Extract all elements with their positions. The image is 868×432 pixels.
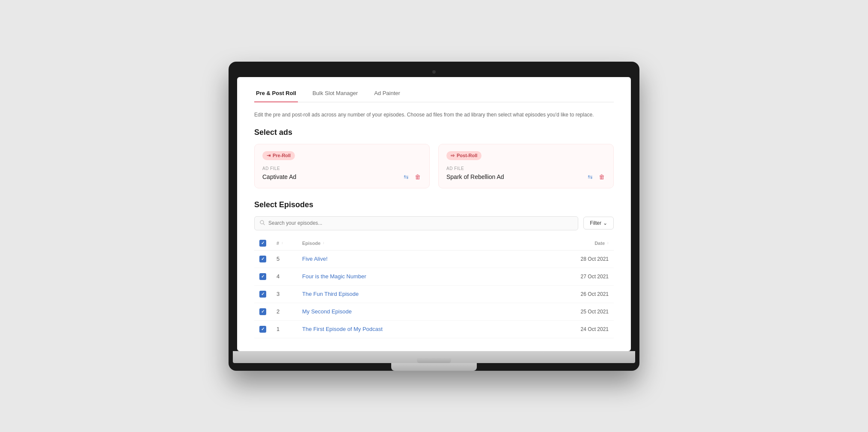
row-checkbox-1[interactable]	[259, 273, 266, 280]
search-icon	[260, 220, 265, 226]
filter-button[interactable]: Filter ⌄	[583, 217, 614, 229]
episodes-table: # ↕ Episode ↕ Date	[254, 236, 614, 338]
episode-link-1[interactable]: Four is the Magic Number	[302, 273, 366, 280]
tab-pre-post-roll[interactable]: Pre & Post Roll	[254, 86, 298, 102]
post-roll-file-label: AD FILE	[446, 166, 606, 171]
tab-ad-painter[interactable]: Ad Painter	[372, 86, 402, 102]
episode-sort-icon[interactable]: ↕	[323, 241, 324, 245]
tab-bar: Pre & Post Roll Bulk Slot Manager Ad Pai…	[254, 86, 614, 102]
filter-label: Filter	[590, 220, 601, 226]
row-checkbox-cell	[254, 268, 271, 285]
row-number-cell: 1	[271, 320, 297, 338]
date-sort-icon[interactable]: ↕	[607, 241, 609, 245]
laptop-stand	[391, 363, 477, 371]
row-title-cell: Five Alive!	[297, 250, 562, 268]
th-episode: Episode ↕	[297, 236, 562, 250]
tab-bulk-slot-manager[interactable]: Bulk Slot Manager	[311, 86, 360, 102]
screen-content: Pre & Post Roll Bulk Slot Manager Ad Pai…	[237, 77, 631, 351]
row-checkbox-2[interactable]	[259, 291, 266, 298]
pre-roll-arrow-icon: ⇥	[267, 153, 271, 158]
laptop-screen: Pre & Post Roll Bulk Slot Manager Ad Pai…	[237, 77, 631, 351]
table-row: 5 Five Alive! 28 Oct 2021	[254, 250, 614, 268]
episode-link-2[interactable]: The Fun Third Episode	[302, 291, 359, 297]
pre-roll-replace-button[interactable]: ⇆	[403, 173, 410, 181]
table-row: 4 Four is the Magic Number 27 Oct 2021	[254, 268, 614, 285]
replace-icon: ⇆	[404, 173, 409, 180]
svg-point-0	[260, 220, 264, 224]
post-replace-icon: ⇆	[588, 173, 593, 180]
post-roll-delete-button[interactable]: 🗑	[598, 173, 606, 181]
ad-cards-row: ⇥ Pre-Roll AD FILE Captivate Ad ⇆ 🗑	[254, 144, 614, 188]
select-ads-title: Select ads	[254, 128, 614, 137]
number-sort-icon[interactable]: ↕	[281, 241, 283, 245]
row-checkbox-3[interactable]	[259, 308, 266, 315]
table-row: 1 The First Episode of My Podcast 24 Oct…	[254, 320, 614, 338]
post-roll-arrow-icon: ⇨	[451, 153, 455, 158]
laptop-base	[233, 351, 635, 363]
search-filter-row: Filter ⌄	[254, 216, 614, 230]
pre-roll-file-row: Captivate Ad ⇆ 🗑	[262, 173, 422, 181]
th-date: Date ↕	[562, 236, 614, 250]
post-roll-file-name: Spark of Rebellion Ad	[446, 173, 504, 180]
post-roll-replace-button[interactable]: ⇆	[587, 173, 594, 181]
table-header-row: # ↕ Episode ↕ Date	[254, 236, 614, 250]
svg-line-1	[264, 223, 265, 225]
post-roll-card: ⇨ Post-Roll AD FILE Spark of Rebellion A…	[438, 144, 614, 188]
chevron-down-icon: ⌄	[603, 220, 607, 226]
row-title-cell: Four is the Magic Number	[297, 268, 562, 285]
row-title-cell: The Fun Third Episode	[297, 285, 562, 303]
post-roll-actions: ⇆ 🗑	[587, 173, 606, 181]
row-title-cell: My Second Episode	[297, 303, 562, 320]
row-checkbox-cell	[254, 303, 271, 320]
search-input[interactable]	[268, 220, 573, 226]
post-roll-file-row: Spark of Rebellion Ad ⇆ 🗑	[446, 173, 606, 181]
row-date-cell: 27 Oct 2021	[562, 268, 614, 285]
row-checkbox-cell	[254, 250, 271, 268]
pre-roll-file-label: AD FILE	[262, 166, 422, 171]
episode-link-0[interactable]: Five Alive!	[302, 256, 327, 262]
row-number-cell: 3	[271, 285, 297, 303]
pre-roll-actions: ⇆ 🗑	[403, 173, 422, 181]
post-delete-icon: 🗑	[599, 173, 605, 180]
row-title-cell: The First Episode of My Podcast	[297, 320, 562, 338]
pre-roll-file-name: Captivate Ad	[262, 173, 296, 180]
row-checkbox-cell	[254, 285, 271, 303]
episode-link-4[interactable]: The First Episode of My Podcast	[302, 326, 383, 332]
row-number-cell: 5	[271, 250, 297, 268]
row-checkbox-4[interactable]	[259, 326, 266, 333]
laptop-frame: Pre & Post Roll Bulk Slot Manager Ad Pai…	[229, 62, 639, 371]
page-description: Edit the pre and post-roll ads across an…	[254, 111, 614, 119]
select-episodes-title: Select Episodes	[254, 200, 614, 209]
row-date-cell: 26 Oct 2021	[562, 285, 614, 303]
pre-roll-badge: ⇥ Pre-Roll	[262, 151, 295, 160]
row-number-cell: 4	[271, 268, 297, 285]
th-number: # ↕	[271, 236, 297, 250]
row-date-cell: 28 Oct 2021	[562, 250, 614, 268]
table-row: 3 The Fun Third Episode 26 Oct 2021	[254, 285, 614, 303]
delete-icon: 🗑	[415, 173, 421, 180]
table-row: 2 My Second Episode 25 Oct 2021	[254, 303, 614, 320]
webcam	[432, 70, 436, 74]
post-roll-badge: ⇨ Post-Roll	[446, 151, 482, 160]
row-date-cell: 25 Oct 2021	[562, 303, 614, 320]
row-number-cell: 2	[271, 303, 297, 320]
select-all-checkbox[interactable]	[259, 240, 266, 247]
episode-link-3[interactable]: My Second Episode	[302, 308, 352, 315]
pre-roll-delete-button[interactable]: 🗑	[414, 173, 422, 181]
row-date-cell: 24 Oct 2021	[562, 320, 614, 338]
search-box	[254, 216, 578, 230]
row-checkbox-cell	[254, 320, 271, 338]
th-checkbox	[254, 236, 271, 250]
row-checkbox-0[interactable]	[259, 256, 266, 262]
pre-roll-card: ⇥ Pre-Roll AD FILE Captivate Ad ⇆ 🗑	[254, 144, 430, 188]
